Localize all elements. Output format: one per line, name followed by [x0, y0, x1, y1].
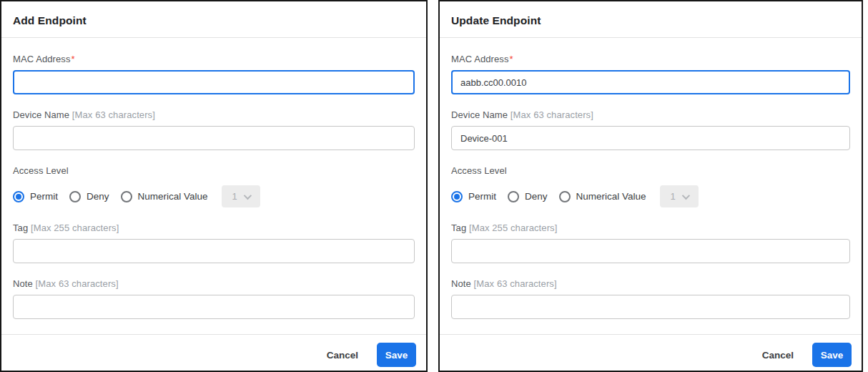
save-button[interactable]: Save	[377, 343, 416, 367]
chevron-down-icon	[243, 191, 251, 199]
radio-icon	[559, 191, 571, 202]
radio-icon	[508, 191, 519, 202]
radio-deny[interactable]: Deny	[508, 191, 548, 202]
radio-icon	[121, 191, 132, 202]
radio-icon	[451, 191, 463, 202]
radio-permit[interactable]: Permit	[451, 191, 496, 202]
numerical-value-select: 1	[222, 185, 260, 207]
dialog-header: Update Endpoint	[440, 1, 862, 38]
radio-icon	[13, 191, 24, 202]
add-endpoint-dialog: Add Endpoint MAC Address* Device Name [M…	[0, 0, 428, 372]
radio-numerical-value[interactable]: Numerical Value	[559, 191, 646, 202]
dialog-body: MAC Address* Device Name [Max 63 charact…	[1, 38, 426, 334]
note-input[interactable]	[451, 295, 850, 319]
max-chars-hint: [Max 255 characters]	[31, 222, 119, 233]
dialog-footer: Cancel Save	[440, 334, 862, 372]
cancel-button[interactable]: Cancel	[759, 346, 797, 365]
mac-address-label: MAC Address*	[451, 54, 850, 64]
required-asterisk: *	[71, 54, 75, 64]
tag-input[interactable]	[13, 239, 415, 263]
device-name-label: Device Name [Max 63 characters]	[13, 109, 415, 120]
max-chars-hint: [Max 255 characters]	[469, 222, 557, 233]
save-button[interactable]: Save	[812, 343, 852, 367]
tag-label: Tag [Max 255 characters]	[13, 222, 415, 233]
dialog-header: Add Endpoint	[1, 1, 426, 38]
access-level-label: Access Level	[13, 165, 415, 176]
note-label: Note [Max 63 characters]	[13, 278, 415, 289]
required-asterisk: *	[510, 54, 513, 64]
chevron-down-icon	[681, 191, 689, 199]
access-level-radio-row: Permit Deny Numerical Value 1	[451, 185, 850, 207]
radio-icon	[69, 191, 81, 202]
dialog-title: Update Endpoint	[451, 14, 850, 27]
access-level-field-group: Access Level Permit Deny Numerical Value	[13, 165, 415, 207]
device-name-label: Device Name [Max 63 characters]	[451, 109, 850, 120]
dialog-footer: Cancel Save	[1, 334, 426, 372]
max-chars-hint: [Max 63 characters]	[474, 278, 557, 289]
max-chars-hint: [Max 63 characters]	[72, 109, 155, 120]
mac-address-field-group: MAC Address*	[13, 54, 415, 94]
note-field-group: Note [Max 63 characters]	[13, 278, 415, 319]
max-chars-hint: [Max 63 characters]	[511, 109, 593, 120]
device-name-input[interactable]	[13, 126, 415, 150]
mac-address-label: MAC Address*	[13, 54, 415, 64]
numerical-value-select: 1	[660, 185, 699, 207]
note-field-group: Note [Max 63 characters]	[451, 278, 850, 319]
mac-address-field-group: MAC Address*	[451, 54, 850, 94]
tag-field-group: Tag [Max 255 characters]	[13, 222, 415, 263]
device-name-input[interactable]	[451, 126, 850, 150]
radio-deny[interactable]: Deny	[69, 191, 109, 202]
dialog-title: Add Endpoint	[13, 14, 415, 27]
device-name-field-group: Device Name [Max 63 characters]	[13, 109, 415, 150]
radio-permit[interactable]: Permit	[13, 191, 58, 202]
access-level-label: Access Level	[451, 165, 850, 176]
note-label: Note [Max 63 characters]	[451, 278, 850, 289]
cancel-button[interactable]: Cancel	[324, 346, 361, 365]
tag-field-group: Tag [Max 255 characters]	[451, 222, 850, 263]
mac-address-input[interactable]	[13, 70, 415, 94]
access-level-field-group: Access Level Permit Deny Numerical Value	[451, 165, 850, 207]
tag-label: Tag [Max 255 characters]	[451, 222, 850, 233]
dialogs-container: Add Endpoint MAC Address* Device Name [M…	[0, 0, 868, 372]
radio-numerical-value[interactable]: Numerical Value	[121, 191, 208, 202]
max-chars-hint: [Max 63 characters]	[36, 278, 119, 289]
access-level-radio-row: Permit Deny Numerical Value 1	[13, 185, 415, 207]
dialog-body: MAC Address* Device Name [Max 63 charact…	[440, 38, 862, 334]
device-name-field-group: Device Name [Max 63 characters]	[451, 109, 850, 150]
mac-address-input[interactable]	[451, 70, 850, 94]
note-input[interactable]	[13, 295, 415, 319]
update-endpoint-dialog: Update Endpoint MAC Address* Device Name…	[438, 0, 863, 372]
tag-input[interactable]	[451, 239, 850, 263]
